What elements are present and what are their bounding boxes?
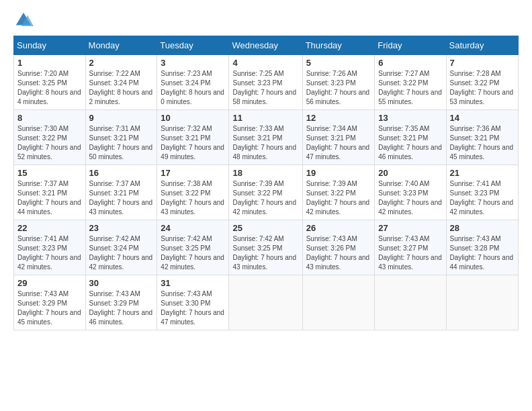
day-number: 11: [232, 113, 298, 123]
day-number: 9: [89, 113, 154, 123]
header-row: SundayMondayTuesdayWednesdayThursdayFrid…: [14, 36, 519, 55]
day-detail: Sunrise: 7:26 AMSunset: 3:23 PMDaylight:…: [306, 69, 371, 107]
calendar-cell: [375, 275, 446, 330]
header: [13, 10, 519, 30]
calendar-cell: 23Sunrise: 7:42 AMSunset: 3:24 PMDayligh…: [85, 220, 157, 275]
week-row-5: 29Sunrise: 7:43 AMSunset: 3:29 PMDayligh…: [14, 275, 519, 330]
day-detail: Sunrise: 7:33 AMSunset: 3:21 PMDaylight:…: [232, 124, 298, 162]
calendar-cell: 6Sunrise: 7:27 AMSunset: 3:22 PMDaylight…: [375, 55, 446, 110]
calendar-cell: 12Sunrise: 7:34 AMSunset: 3:21 PMDayligh…: [302, 110, 375, 165]
day-detail: Sunrise: 7:30 AMSunset: 3:22 PMDaylight:…: [17, 124, 82, 162]
day-detail: Sunrise: 7:20 AMSunset: 3:25 PMDaylight:…: [17, 69, 82, 107]
day-detail: Sunrise: 7:23 AMSunset: 3:24 PMDaylight:…: [161, 69, 225, 107]
day-detail: Sunrise: 7:35 AMSunset: 3:21 PMDaylight:…: [378, 124, 442, 162]
day-header-monday: Monday: [85, 36, 157, 55]
calendar-cell: 1Sunrise: 7:20 AMSunset: 3:25 PMDaylight…: [14, 55, 86, 110]
day-number: 15: [17, 168, 82, 178]
day-number: 6: [378, 58, 442, 68]
day-detail: Sunrise: 7:22 AMSunset: 3:24 PMDaylight:…: [89, 69, 154, 107]
calendar-cell: 30Sunrise: 7:43 AMSunset: 3:29 PMDayligh…: [85, 275, 157, 330]
calendar-cell: 11Sunrise: 7:33 AMSunset: 3:21 PMDayligh…: [229, 110, 302, 165]
calendar-cell: 17Sunrise: 7:38 AMSunset: 3:22 PMDayligh…: [157, 165, 229, 220]
day-number: 21: [450, 168, 515, 178]
logo-icon: [13, 10, 34, 30]
calendar-cell: 24Sunrise: 7:42 AMSunset: 3:25 PMDayligh…: [157, 220, 229, 275]
day-number: 19: [306, 168, 371, 178]
calendar-cell: 26Sunrise: 7:43 AMSunset: 3:26 PMDayligh…: [302, 220, 375, 275]
calendar-cell: 4Sunrise: 7:25 AMSunset: 3:23 PMDaylight…: [229, 55, 302, 110]
day-header-friday: Friday: [375, 36, 446, 55]
calendar-cell: 28Sunrise: 7:43 AMSunset: 3:28 PMDayligh…: [446, 220, 518, 275]
calendar-cell: 9Sunrise: 7:31 AMSunset: 3:21 PMDaylight…: [85, 110, 157, 165]
day-number: 14: [450, 113, 515, 123]
calendar-cell: 5Sunrise: 7:26 AMSunset: 3:23 PMDaylight…: [302, 55, 375, 110]
day-detail: Sunrise: 7:43 AMSunset: 3:27 PMDaylight:…: [378, 234, 442, 272]
week-row-2: 8Sunrise: 7:30 AMSunset: 3:22 PMDaylight…: [14, 110, 519, 165]
week-row-1: 1Sunrise: 7:20 AMSunset: 3:25 PMDaylight…: [14, 55, 519, 110]
calendar-cell: 18Sunrise: 7:39 AMSunset: 3:22 PMDayligh…: [229, 165, 302, 220]
day-number: 31: [161, 278, 225, 288]
calendar-cell: 2Sunrise: 7:22 AMSunset: 3:24 PMDaylight…: [85, 55, 157, 110]
day-detail: Sunrise: 7:40 AMSunset: 3:23 PMDaylight:…: [378, 179, 442, 217]
day-detail: Sunrise: 7:43 AMSunset: 3:29 PMDaylight:…: [17, 289, 82, 327]
day-detail: Sunrise: 7:36 AMSunset: 3:21 PMDaylight:…: [450, 124, 515, 162]
day-detail: Sunrise: 7:38 AMSunset: 3:22 PMDaylight:…: [161, 179, 225, 217]
day-number: 26: [306, 223, 371, 233]
calendar-cell: 21Sunrise: 7:41 AMSunset: 3:23 PMDayligh…: [446, 165, 518, 220]
calendar-cell: 16Sunrise: 7:37 AMSunset: 3:21 PMDayligh…: [85, 165, 157, 220]
day-number: 3: [161, 58, 225, 68]
day-number: 25: [232, 223, 298, 233]
day-detail: Sunrise: 7:41 AMSunset: 3:23 PMDaylight:…: [450, 179, 515, 217]
day-number: 27: [378, 223, 442, 233]
day-number: 8: [17, 113, 82, 123]
day-detail: Sunrise: 7:42 AMSunset: 3:24 PMDaylight:…: [89, 234, 154, 272]
calendar-table: SundayMondayTuesdayWednesdayThursdayFrid…: [13, 36, 519, 330]
day-detail: Sunrise: 7:43 AMSunset: 3:30 PMDaylight:…: [161, 289, 225, 327]
day-number: 4: [232, 58, 298, 68]
calendar-cell: 14Sunrise: 7:36 AMSunset: 3:21 PMDayligh…: [446, 110, 518, 165]
day-detail: Sunrise: 7:39 AMSunset: 3:22 PMDaylight:…: [306, 179, 371, 217]
day-number: 12: [306, 113, 371, 123]
day-header-sunday: Sunday: [14, 36, 86, 55]
day-number: 2: [89, 58, 154, 68]
day-number: 30: [89, 278, 154, 288]
calendar-cell: 27Sunrise: 7:43 AMSunset: 3:27 PMDayligh…: [375, 220, 446, 275]
calendar-cell: 19Sunrise: 7:39 AMSunset: 3:22 PMDayligh…: [302, 165, 375, 220]
calendar-cell: [302, 275, 375, 330]
week-row-4: 22Sunrise: 7:41 AMSunset: 3:23 PMDayligh…: [14, 220, 519, 275]
day-detail: Sunrise: 7:43 AMSunset: 3:26 PMDaylight:…: [306, 234, 371, 272]
calendar-cell: 25Sunrise: 7:42 AMSunset: 3:25 PMDayligh…: [229, 220, 302, 275]
calendar-cell: 8Sunrise: 7:30 AMSunset: 3:22 PMDaylight…: [14, 110, 86, 165]
day-detail: Sunrise: 7:27 AMSunset: 3:22 PMDaylight:…: [378, 69, 442, 107]
day-detail: Sunrise: 7:37 AMSunset: 3:21 PMDaylight:…: [89, 179, 154, 217]
day-detail: Sunrise: 7:31 AMSunset: 3:21 PMDaylight:…: [89, 124, 154, 162]
calendar-cell: 13Sunrise: 7:35 AMSunset: 3:21 PMDayligh…: [375, 110, 446, 165]
calendar-cell: 22Sunrise: 7:41 AMSunset: 3:23 PMDayligh…: [14, 220, 86, 275]
day-number: 18: [232, 168, 298, 178]
day-number: 5: [306, 58, 371, 68]
week-row-3: 15Sunrise: 7:37 AMSunset: 3:21 PMDayligh…: [14, 165, 519, 220]
day-header-wednesday: Wednesday: [229, 36, 302, 55]
day-number: 16: [89, 168, 154, 178]
day-number: 29: [17, 278, 82, 288]
day-number: 24: [161, 223, 225, 233]
calendar-cell: 15Sunrise: 7:37 AMSunset: 3:21 PMDayligh…: [14, 165, 86, 220]
day-detail: Sunrise: 7:43 AMSunset: 3:29 PMDaylight:…: [89, 289, 154, 327]
day-detail: Sunrise: 7:41 AMSunset: 3:23 PMDaylight:…: [17, 234, 82, 272]
day-number: 13: [378, 113, 442, 123]
calendar-cell: [446, 275, 518, 330]
day-header-tuesday: Tuesday: [157, 36, 229, 55]
day-detail: Sunrise: 7:25 AMSunset: 3:23 PMDaylight:…: [232, 69, 298, 107]
page: SundayMondayTuesdayWednesdayThursdayFrid…: [0, 0, 532, 411]
calendar-cell: 10Sunrise: 7:32 AMSunset: 3:21 PMDayligh…: [157, 110, 229, 165]
day-detail: Sunrise: 7:28 AMSunset: 3:22 PMDaylight:…: [450, 69, 515, 107]
calendar-cell: 3Sunrise: 7:23 AMSunset: 3:24 PMDaylight…: [157, 55, 229, 110]
day-number: 28: [450, 223, 515, 233]
day-detail: Sunrise: 7:32 AMSunset: 3:21 PMDaylight:…: [161, 124, 225, 162]
day-number: 1: [17, 58, 82, 68]
logo: [13, 10, 36, 30]
day-detail: Sunrise: 7:39 AMSunset: 3:22 PMDaylight:…: [232, 179, 298, 217]
calendar-cell: 20Sunrise: 7:40 AMSunset: 3:23 PMDayligh…: [375, 165, 446, 220]
day-detail: Sunrise: 7:34 AMSunset: 3:21 PMDaylight:…: [306, 124, 371, 162]
day-detail: Sunrise: 7:37 AMSunset: 3:21 PMDaylight:…: [17, 179, 82, 217]
